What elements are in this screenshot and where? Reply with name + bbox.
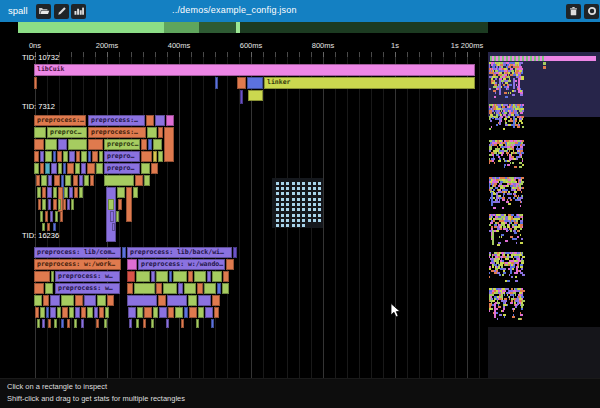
flame-bar[interactable]: preprocess: lib/back/wi… [127,247,232,258]
flame-bar[interactable] [189,307,197,318]
flame-bar[interactable] [153,151,157,162]
flame-bar[interactable] [51,163,57,174]
flame-bar[interactable] [53,151,56,162]
overview-segment[interactable] [18,22,164,33]
flame-bar[interactable] [55,211,58,222]
flame-bar[interactable] [84,295,96,306]
flame-bar[interactable] [129,319,132,328]
flame-bar[interactable] [76,151,80,162]
flame-bar[interactable] [135,175,143,186]
flame-bar[interactable] [75,295,83,306]
flame-bar[interactable] [34,77,37,89]
flame-bar[interactable] [127,271,135,282]
flame-bar[interactable] [128,307,136,318]
flame-bar[interactable] [117,187,125,198]
flame-bar[interactable]: prepro… [104,151,140,162]
flame-bar[interactable] [240,90,243,104]
flame-bar[interactable] [108,199,114,210]
flame-bar[interactable]: preprocess:… [88,115,145,126]
flame-bar[interactable] [151,163,158,174]
flame-bar[interactable] [37,187,41,198]
flame-bar[interactable] [47,223,50,231]
flame-bar[interactable] [105,307,109,318]
flame-bar[interactable] [196,319,199,328]
flame-bar[interactable] [127,259,137,270]
flame-bar[interactable] [65,175,71,186]
overview-segment[interactable] [164,22,199,33]
circle-button[interactable] [584,4,599,19]
flame-bar[interactable] [222,283,229,294]
flame-bar[interactable] [127,283,133,294]
flame-bar[interactable] [63,151,68,162]
flame-bar[interactable] [58,199,61,210]
flame-bar[interactable]: preproc… [104,139,140,150]
flame-bar[interactable] [67,199,70,210]
flame-bar[interactable] [81,151,87,162]
flame-bar[interactable] [34,139,44,150]
flame-bar[interactable] [74,319,77,328]
flame-bar[interactable] [68,139,87,150]
minimap[interactable] [488,52,600,378]
flame-bar[interactable] [136,271,150,282]
flame-bar[interactable] [67,319,70,328]
flame-bar[interactable] [197,283,203,294]
flame-bar[interactable] [217,283,221,294]
flame-bar[interactable] [116,211,119,222]
flame-bar[interactable] [34,283,44,294]
flame-bar[interactable] [60,211,63,222]
flame-bar[interactable] [144,175,150,186]
flame-bar[interactable] [226,259,234,270]
flame-bar[interactable] [110,211,114,222]
flame-bar[interactable] [79,175,83,186]
flame-bar[interactable] [212,271,222,282]
flame-bar[interactable] [62,307,68,318]
flame-bar[interactable] [237,77,246,89]
flame-bar[interactable] [184,283,196,294]
flame-bar[interactable] [134,283,155,294]
flame-bar[interactable] [75,163,80,174]
flame-bar[interactable] [88,151,91,162]
flame-bar[interactable] [92,151,98,162]
flame-bar[interactable]: preprocess: w:/wando… [138,259,225,270]
flame-bar[interactable] [158,151,163,162]
flame-bar[interactable] [45,151,52,162]
flame-bar[interactable] [73,175,78,186]
flame-bar[interactable] [99,151,103,162]
flame-bar[interactable] [198,295,211,306]
edit-button[interactable] [54,4,69,19]
flame-bar[interactable] [46,307,49,318]
flame-bar[interactable] [38,199,41,210]
flame-bar[interactable] [166,115,174,126]
flame-bar[interactable]: preprocess: w… [55,283,120,294]
flame-bar[interactable] [233,247,237,258]
flame-bar[interactable] [173,271,187,282]
flame-bar[interactable] [204,283,216,294]
flame-bar[interactable] [81,319,84,328]
flame-bar[interactable] [214,307,219,318]
flame-bar[interactable] [64,187,68,198]
flame-bar[interactable] [159,307,167,318]
flame-bar[interactable] [207,271,211,282]
flame-bar[interactable] [104,319,107,328]
flame-bar[interactable]: preprocess:… [34,115,86,126]
flame-bar[interactable] [166,319,169,328]
flame-bar[interactable] [168,307,174,318]
flame-bar[interactable] [42,319,45,328]
flame-bar[interactable] [69,307,74,318]
open-file-button[interactable] [36,4,51,19]
flame-bar[interactable] [53,223,56,231]
flame-bar[interactable] [126,187,132,222]
flame-bar[interactable] [69,187,73,198]
overview-segment[interactable] [199,22,236,33]
flame-bar[interactable] [112,223,115,231]
flame-bar[interactable] [57,151,62,162]
flame-bar[interactable] [158,127,163,138]
flame-bar[interactable] [155,115,165,126]
flame-bar[interactable] [163,283,177,294]
chart-button[interactable] [71,4,86,19]
flame-bar[interactable] [184,307,188,318]
flame-bar[interactable]: linker [264,77,475,89]
flame-bar[interactable] [81,163,86,174]
flame-bar[interactable] [215,77,218,89]
flame-bar[interactable] [136,319,139,328]
